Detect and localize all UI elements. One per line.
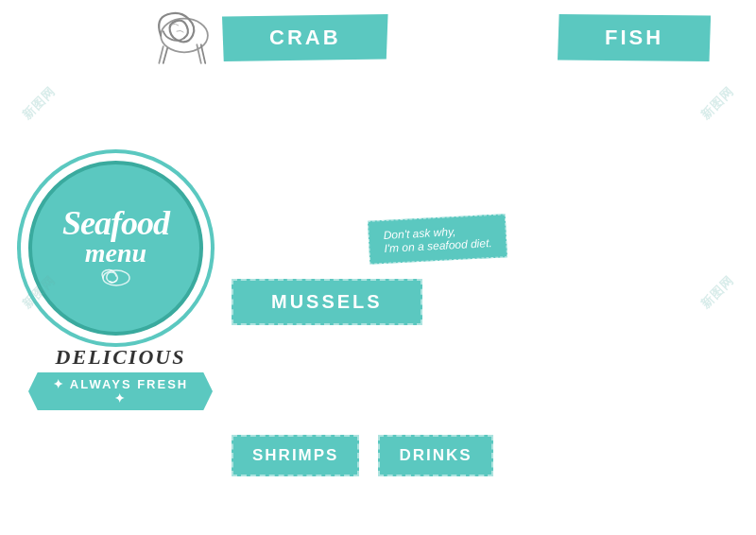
badge-rope-icon (93, 267, 140, 290)
svg-line-1 (159, 46, 163, 63)
svg-line-4 (201, 44, 205, 63)
shrimps-label: SHRIMPS (252, 446, 338, 464)
fish-label: FISH (558, 14, 711, 61)
badge-menu-text: menu (85, 240, 146, 267)
watermark-1: 新图网 (19, 83, 59, 123)
always-fresh-banner: ✦ ALWAYS FRESH ✦ (28, 372, 213, 410)
mussels-label: MUSSELS (232, 279, 422, 325)
watermark-2: 新图网 (697, 83, 737, 123)
bottom-tabs: SHRIMPS DRINKS (232, 435, 493, 476)
svg-line-2 (163, 48, 167, 63)
drinks-label: DRINKS (399, 446, 472, 464)
sticky-note: Don't ask why, I'm on a seafood diet. (368, 214, 508, 265)
tagline-section: Delicious ✦ ALWAYS FRESH ✦ (28, 345, 213, 410)
mussels-tab[interactable]: MUSSELS (232, 279, 422, 325)
crab-label: CRAB (222, 14, 388, 61)
delicious-text: Delicious (28, 345, 213, 370)
badge-seafood-text: Seafood (62, 206, 169, 240)
fish-tab[interactable]: FISH (558, 14, 711, 61)
drinks-tab[interactable]: DRINKS (378, 435, 492, 476)
rope-decoration-top (146, 5, 222, 66)
crab-tab[interactable]: CRAB (222, 14, 388, 61)
shrimps-tab[interactable]: SHRIMPS (232, 435, 359, 476)
watermark-4: 新图网 (697, 272, 737, 312)
seafood-badge: Seafood menu (28, 161, 208, 350)
